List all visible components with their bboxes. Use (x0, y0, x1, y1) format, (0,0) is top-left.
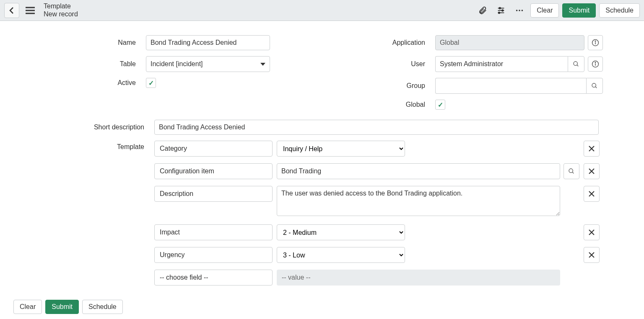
svg-point-8 (499, 12, 500, 13)
template-remove-button[interactable] (584, 186, 600, 202)
check-icon: ✓ (148, 79, 154, 87)
submit-button-footer[interactable]: Submit (45, 300, 79, 314)
short-description-label: Short description (41, 123, 154, 131)
template-ci-lookup-button[interactable] (564, 163, 579, 179)
group-lookup-button[interactable] (586, 78, 603, 94)
attachments-button[interactable] (475, 3, 490, 18)
user-lookup-button[interactable] (568, 56, 584, 72)
short-description-input[interactable] (154, 120, 599, 135)
schedule-button-footer[interactable]: Schedule (82, 300, 123, 314)
template-field-label: -- choose field -- (160, 274, 208, 281)
template-value-select-impact[interactable]: 2 - Medium (277, 224, 405, 240)
template-value-input-ci[interactable] (277, 163, 560, 179)
close-icon (588, 190, 595, 197)
svg-point-24 (569, 169, 573, 172)
template-remove-button[interactable] (584, 247, 600, 263)
template-field-label: Configuration item (160, 167, 214, 175)
close-icon (588, 252, 595, 258)
check-icon: ✓ (438, 101, 443, 109)
template-field-select-urgency[interactable]: Urgency (154, 247, 273, 263)
template-remove-button[interactable] (584, 141, 600, 157)
table-label: Table (41, 60, 146, 68)
clear-button-header[interactable]: Clear (530, 3, 559, 18)
personalize-button[interactable] (493, 3, 509, 18)
template-value-select-urgency[interactable]: 3 - Low (277, 247, 405, 263)
template-value-select-category[interactable]: Inquiry / Help (277, 141, 405, 157)
page-header: Template New record Clear Submit Schedul… (0, 0, 644, 21)
active-checkbox[interactable]: ✓ (146, 78, 156, 88)
submit-button-header[interactable]: Submit (562, 3, 596, 18)
template-field-label: Urgency (160, 251, 185, 259)
svg-point-11 (522, 10, 523, 11)
user-info-button[interactable] (588, 57, 603, 72)
footer-actions: Clear Submit Schedule (4, 291, 640, 319)
template-field-label: Category (160, 145, 187, 152)
close-icon (588, 145, 595, 152)
name-label: Name (41, 39, 146, 46)
template-field-select-placeholder[interactable]: -- choose field -- (154, 270, 273, 286)
group-input[interactable] (435, 78, 586, 94)
back-button[interactable] (4, 3, 19, 18)
template-remove-button[interactable] (584, 163, 600, 179)
svg-point-19 (595, 62, 596, 63)
paperclip-icon (478, 6, 487, 15)
table-select[interactable]: Incident [incident] (146, 56, 270, 72)
close-icon (588, 229, 595, 236)
user-label: User (330, 60, 435, 68)
search-icon (568, 168, 575, 175)
global-label: Global (330, 101, 435, 108)
template-field-label: Description (160, 190, 193, 198)
svg-line-21 (595, 87, 597, 88)
svg-point-6 (502, 10, 504, 11)
active-label: Active (41, 79, 146, 87)
template-value-textarea-description[interactable] (277, 186, 560, 216)
svg-point-10 (519, 10, 520, 11)
template-field-select-category[interactable]: Category (154, 141, 273, 157)
chevron-left-icon (9, 7, 15, 14)
template-field-label: Impact (160, 229, 180, 236)
search-icon (591, 82, 598, 89)
svg-point-14 (595, 41, 596, 42)
group-label: Group (330, 82, 435, 90)
menu-button[interactable] (23, 3, 38, 18)
application-info-button[interactable] (588, 35, 603, 50)
header-subtitle: New record (44, 10, 78, 18)
search-icon (573, 61, 579, 67)
template-field-select-description[interactable]: Description (154, 186, 273, 202)
user-input[interactable] (435, 56, 568, 72)
svg-point-20 (592, 83, 596, 87)
svg-point-15 (574, 62, 577, 65)
table-select-value: Incident [incident] (151, 60, 203, 68)
schedule-button-header[interactable]: Schedule (599, 3, 640, 18)
caret-down-icon (260, 63, 265, 66)
svg-point-9 (516, 10, 518, 11)
more-horizontal-icon (515, 6, 524, 15)
clear-button-footer[interactable]: Clear (13, 300, 42, 314)
sliders-icon (496, 6, 506, 15)
template-field-select-ci[interactable]: Configuration item (154, 163, 273, 179)
application-label: Application (330, 39, 435, 46)
template-field-select-impact[interactable]: Impact (154, 224, 273, 240)
close-icon (588, 168, 595, 175)
info-icon (592, 60, 599, 68)
name-input[interactable] (146, 35, 270, 50)
more-options-button[interactable] (512, 3, 527, 18)
svg-line-25 (572, 172, 574, 173)
global-checkbox[interactable]: ✓ (435, 100, 445, 110)
header-title: Template (44, 3, 78, 10)
template-value-placeholder: -- value -- (277, 270, 560, 286)
template-remove-button[interactable] (584, 224, 600, 240)
application-input (435, 35, 584, 50)
hamburger-icon (25, 6, 36, 15)
svg-point-4 (499, 7, 501, 9)
template-label: Template (41, 141, 154, 151)
header-title-block: Template New record (44, 3, 78, 18)
info-icon (592, 39, 599, 46)
svg-line-16 (577, 65, 578, 66)
form-body: Name Table Incident [incident] Active (0, 21, 644, 319)
